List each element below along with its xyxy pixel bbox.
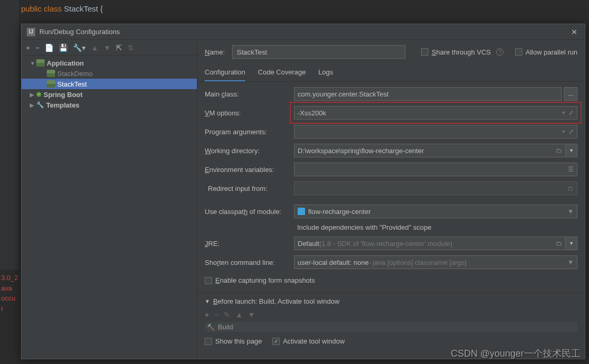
program-args-label: Program arguments: [205,128,294,136]
row-main-class: Main class: com.younger.center.StackTest… [205,87,577,101]
main-class-label: Main class: [205,90,294,98]
tree-label: StackDemo [57,70,92,78]
jre-label: JRE: [205,240,294,248]
checkbox-icon [515,48,522,56]
working-dir-input[interactable]: D:\workspace\spring\flow-recharge-center… [294,144,566,157]
folder-icon: 🗀 [567,185,574,192]
expand-icon[interactable]: ⤢ [569,128,574,135]
show-page-checkbox[interactable]: Show this page [205,337,262,345]
before-launch-item-build[interactable]: 🔨 Build [205,322,577,332]
checkbox-icon [205,277,212,284]
copy-icon[interactable]: 📄 [45,44,54,52]
list-icon[interactable]: ☰ [568,166,574,173]
row-program-args: Program arguments: +⤢ [205,125,577,138]
tree-label: Application [47,59,84,67]
add-icon[interactable]: + [26,44,30,52]
env-vars-input[interactable]: ☰ [294,163,577,176]
build-label: Build [218,323,233,331]
editor-code: public class StackTest { [0,0,589,26]
row-working-dir: Working directory: D:\workspace\spring\f… [205,144,577,157]
browse-class-button[interactable]: ... [564,87,577,101]
edit-icon[interactable]: ✎ [224,311,230,319]
redirect-input-checkbox[interactable]: Redirect input from: [205,185,294,192]
config-tabs: Configuration Code Coverage Logs [197,64,585,82]
checkbox-label: Include dependencies with "Provided" sco… [297,223,432,231]
jre-dropdown[interactable]: ▼ [566,237,577,250]
folder-icon[interactable]: 🗀 [556,147,562,154]
row-jre: JRE: Default (1.8 - SDK of 'flow-recharg… [205,237,577,250]
tree-item-stackdemo[interactable]: StackDemo [22,68,197,79]
chevron-down-icon: ▼ [205,298,210,304]
remove-icon[interactable]: − [214,311,218,319]
tree-item-stacktest[interactable]: StackTest [22,79,197,89]
tree-node-springboot[interactable]: ▶ ❀ Spring Boot [22,89,197,100]
config-form: Main class: com.younger.center.StackTest… [197,82,585,290]
working-dir-label: Working directory: [205,147,294,155]
tab-logs[interactable]: Logs [318,64,333,81]
editor-icon[interactable]: + [562,128,565,135]
up-icon[interactable]: ▲ [91,44,98,52]
tab-code-coverage[interactable]: Code Coverage [258,64,306,81]
classname: StackTest { [64,4,103,13]
name-row: Name: Share through VCS ? Allow parallel… [197,40,585,64]
spring-icon: ❀ [36,91,41,98]
share-vcs-checkbox[interactable]: Share through VCS ? [421,48,503,56]
tab-configuration[interactable]: Configuration [205,64,245,81]
sort-icon[interactable]: ⇅ [128,44,134,52]
before-launch-toolbar: + − ✎ ▲ ▼ [197,309,585,320]
dialog-title: Run/Debug Configurations [39,28,569,36]
workdir-dropdown[interactable]: ▼ [566,144,577,157]
tree-node-templates[interactable]: ▶ 🔧 Templates [22,100,197,110]
folder-icon[interactable]: 🗀 [556,240,562,247]
application-icon [47,80,55,88]
activate-tool-checkbox[interactable]: ✓ Activate tool window [272,337,345,345]
add-icon[interactable]: + [205,311,209,319]
classpath-label: Use classpath of module: [205,208,294,216]
up-icon[interactable]: ▲ [235,311,243,319]
classpath-select[interactable]: flow-recharge-center ▼ [294,205,577,218]
side-console: 3.0_2 ava occu r [0,270,21,364]
name-input[interactable] [232,45,405,59]
config-tree: ▼ Application StackDemo StackTest ▶ ❀ Sp… [22,56,197,359]
application-icon [36,59,45,67]
program-args-input[interactable]: +⤢ [294,125,577,138]
chevron-down-icon: ▼ [30,60,36,66]
wrench-icon: 🔧 [36,101,44,109]
checkbox-label: Activate tool window [283,337,345,345]
help-icon[interactable]: ? [496,48,503,56]
dialog-titlebar[interactable]: IJ Run/Debug Configurations ✕ [22,24,585,40]
intellij-icon: IJ [27,28,35,36]
name-label: Name: [205,48,227,56]
tree-label: StackTest [57,80,87,88]
down-icon[interactable]: ▼ [103,44,111,52]
config-main: Name: Share through VCS ? Allow parallel… [197,40,585,359]
shorten-select[interactable]: user-local default: none - java [options… [294,255,577,269]
before-launch-header[interactable]: ▼ Before launch: Build, Activate tool wi… [197,293,585,309]
row-redirect-input: Redirect input from: 🗀 [205,181,577,195]
wrench-icon[interactable]: 🔧▾ [73,44,86,52]
expand-icon[interactable]: ⤢ [569,109,574,116]
application-icon [47,70,55,77]
tree-label: Spring Boot [44,91,82,99]
down-icon[interactable]: ▼ [248,311,255,319]
checkbox-icon: ✓ [272,338,280,345]
parallel-run-checkbox[interactable]: Allow parallel run [515,48,577,56]
vm-options-label: VM options: [205,109,294,117]
remove-icon[interactable]: − [35,44,39,52]
redirect-input-field: 🗀 [294,181,577,195]
shorten-label: Shorten command line: [205,259,294,266]
vm-options-input[interactable]: -Xss200k +⤢ [294,106,577,120]
tree-node-application[interactable]: ▼ Application [22,58,197,68]
folder-icon[interactable]: ⇱ [116,44,122,52]
enable-capture-checkbox[interactable]: Enable capturing form snapshots [205,276,577,284]
editor-icon[interactable]: + [562,109,565,116]
include-provided-checkbox[interactable]: Include dependencies with "Provided" sco… [205,223,577,231]
config-sidebar: + − 📄 💾 🔧▾ ▲ ▼ ⇱ ⇅ ▼ Application StackDe [22,40,197,359]
close-icon[interactable]: ✕ [569,28,580,36]
row-vm-options: VM options: -Xss200k +⤢ [205,106,577,120]
main-class-input[interactable]: com.younger.center.StackTest [294,87,562,101]
tree-label: Templates [46,101,79,109]
save-icon[interactable]: 💾 [59,44,68,52]
jre-select[interactable]: Default (1.8 - SDK of 'flow-recharge-cen… [294,237,566,250]
checkbox-icon [205,338,212,345]
